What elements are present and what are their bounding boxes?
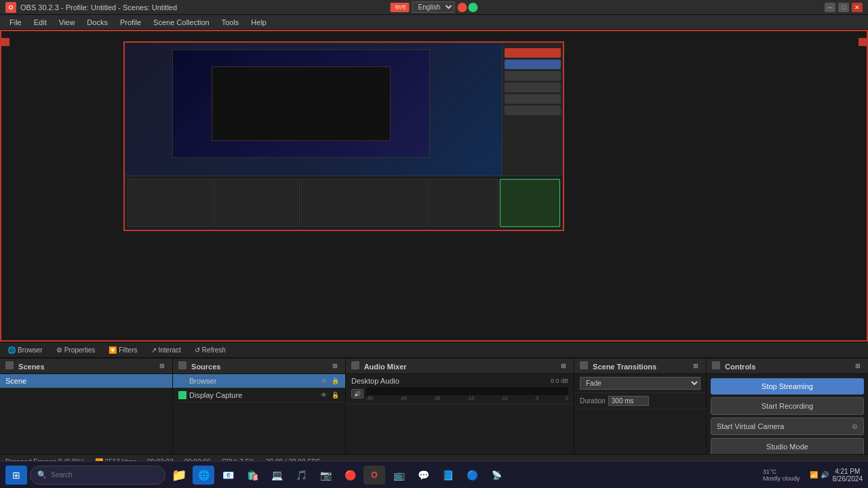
toolbar-properties[interactable]: ⚙ Properties: [53, 345, 99, 355]
source-item-browser[interactable]: Browser 👁 🔒: [173, 374, 345, 388]
start-recording-button[interactable]: Start Recording: [711, 397, 864, 415]
taskbar-app-browser[interactable]: 🌐: [193, 466, 214, 485]
network-icon[interactable]: 📶: [810, 471, 818, 479]
toolbar-filters[interactable]: 🔽 Filters: [105, 345, 140, 355]
transitions-panel-header: Scene Transitions ⊞: [574, 359, 706, 374]
toolbar-interact[interactable]: ↗ Interact: [148, 345, 184, 355]
controls-panel-header: Controls ⊞: [707, 359, 868, 374]
audio-meter: [366, 387, 568, 395]
taskbar-app-discord[interactable]: 💬: [412, 466, 434, 485]
search-input[interactable]: [51, 471, 139, 479]
source-item-display[interactable]: Display Capture 👁 🔓: [173, 388, 345, 403]
toolbar-refresh[interactable]: ↺ Refresh: [191, 345, 229, 355]
taskbar-date: 8/26/2024: [833, 475, 863, 483]
taskbar: ⊞ 🔍 📁 🌐 📧 🛍️ 💻 🎵 📷 🔴 O 📺 💬 📘 🔵 📡 31°C Mo…: [0, 461, 868, 488]
preview-area: [0, 30, 868, 342]
audio-expand-btn[interactable]: ⊞: [559, 361, 568, 371]
taskbar-app-spotify[interactable]: 🎵: [290, 466, 312, 485]
taskbar-clock[interactable]: 4:21 PM 8/26/2024: [833, 468, 863, 483]
taskbar-app-terminal[interactable]: 💻: [266, 466, 288, 485]
controls-panel-title: Controls: [725, 363, 755, 371]
start-virtual-camera-button[interactable]: Start Virtual Camera ⚙: [711, 418, 864, 435]
taskbar-app-youtube[interactable]: 🔴: [339, 466, 361, 485]
source-browser-icon: [178, 377, 186, 385]
interact-label: Interact: [159, 346, 181, 354]
source-browser-controls: 👁 🔒: [319, 376, 340, 386]
stop-streaming-button[interactable]: Stop Streaming: [711, 378, 864, 394]
menu-scene-collection[interactable]: Scene Collection: [148, 17, 215, 28]
scenes-header-icon: [5, 361, 14, 369]
refresh-label: Refresh: [202, 346, 226, 354]
taskbar-search[interactable]: 🔍: [30, 466, 165, 485]
transition-select[interactable]: Fade Cut Swipe Slide Stinger Move: [580, 377, 701, 390]
lang-btn-1[interactable]: বাংলা: [391, 3, 410, 12]
properties-label: Properties: [64, 346, 96, 354]
weather-widget: 31°C Mostly cloudy: [763, 468, 800, 482]
speaker-icon[interactable]: 🔊: [821, 471, 829, 479]
taskbar-app-mail[interactable]: 📧: [217, 466, 239, 485]
titlebar: O OBS 30.2.3 - Profile: Untitled - Scene…: [0, 0, 868, 15]
source-browser-lock[interactable]: 🔒: [330, 376, 340, 386]
audio-channel-name: Desktop Audio: [351, 377, 399, 385]
studio-mode-button[interactable]: Studio Mode: [711, 438, 864, 455]
lang-dot-1: [458, 3, 467, 12]
sources-expand-btn[interactable]: ⊞: [330, 361, 340, 371]
taskbar-app-twitch[interactable]: 📡: [486, 466, 507, 485]
transitions-expand-btn[interactable]: ⊞: [691, 361, 701, 371]
maximize-button[interactable]: □: [838, 3, 849, 12]
scenes-expand-btn[interactable]: ⊞: [157, 361, 167, 371]
scene-item[interactable]: Scene: [0, 374, 172, 388]
language-bar: বাংলা English: [391, 1, 478, 13]
source-display-controls: 👁 🔓: [319, 390, 340, 400]
taskbar-app-fb[interactable]: 📘: [437, 466, 458, 485]
toolbar-browser[interactable]: 🌐 Browser: [4, 345, 46, 355]
refresh-icon: ↺: [195, 346, 200, 354]
start-button[interactable]: ⊞: [5, 466, 27, 485]
taskbar-app-chrome[interactable]: 🔵: [461, 466, 483, 485]
menu-file[interactable]: File: [4, 17, 27, 28]
source-display-visibility[interactable]: 👁: [319, 390, 328, 400]
scenes-panel-header: Scenes ⊞: [0, 359, 172, 374]
source-browser-visibility[interactable]: 👁: [319, 376, 328, 386]
obs-icon: O: [5, 2, 16, 13]
duration-input[interactable]: [608, 396, 649, 406]
nested-inner-preview: [172, 49, 430, 158]
source-display-lock[interactable]: 🔓: [330, 390, 340, 400]
virtual-settings-icon[interactable]: ⚙: [852, 423, 858, 430]
source-display-name: Display Capture: [189, 391, 242, 399]
sources-panel-header: Sources ⊞: [173, 359, 345, 374]
bottom-toolbar: 🌐 Browser ⚙ Properties 🔽 Filters ↗ Inter…: [0, 342, 868, 358]
filters-icon: 🔽: [108, 346, 117, 354]
menu-docks[interactable]: Docks: [81, 17, 113, 28]
menu-tools[interactable]: Tools: [216, 17, 245, 28]
taskbar-app-photos[interactable]: 📷: [315, 466, 336, 485]
system-tray: 31°C Mostly cloudy 📶 🔊 4:21 PM 8/26/2024: [763, 468, 863, 483]
transitions-panel-title: Scene Transitions: [593, 363, 656, 371]
properties-icon: ⚙: [56, 346, 62, 354]
duration-row: Duration: [574, 393, 706, 409]
weather-temp: 31°C: [763, 468, 800, 475]
menu-help[interactable]: Help: [245, 17, 272, 28]
menu-edit[interactable]: Edit: [28, 17, 52, 28]
taskbar-app-obs[interactable]: O: [363, 466, 385, 485]
scene-name: Scene: [5, 377, 26, 385]
source-browser-name: Browser: [189, 377, 216, 385]
filters-label: Filters: [119, 346, 137, 354]
taskbar-app-explorer[interactable]: 📁: [168, 466, 190, 485]
menu-profile[interactable]: Profile: [115, 17, 146, 28]
nested-obs-preview: [123, 41, 564, 231]
taskbar-app-store[interactable]: 🛍️: [241, 466, 263, 485]
close-button[interactable]: ✕: [852, 3, 863, 12]
start-virtual-label: Start Virtual Camera: [717, 422, 784, 430]
lang-select[interactable]: English: [412, 1, 455, 13]
mute-button[interactable]: 🔊: [351, 389, 363, 399]
search-icon: 🔍: [37, 470, 47, 479]
controls-expand-btn[interactable]: ⊞: [853, 361, 863, 371]
scenes-panel-title: Scenes: [18, 363, 45, 371]
minimize-button[interactable]: ─: [825, 3, 835, 12]
taskbar-time: 4:21 PM: [835, 468, 860, 475]
taskbar-app-vlc[interactable]: 📺: [388, 466, 410, 485]
duration-label: Duration: [580, 397, 606, 405]
audio-meter-marks: -60-45-30-15-10-50: [366, 396, 568, 401]
menu-view[interactable]: View: [54, 17, 81, 28]
